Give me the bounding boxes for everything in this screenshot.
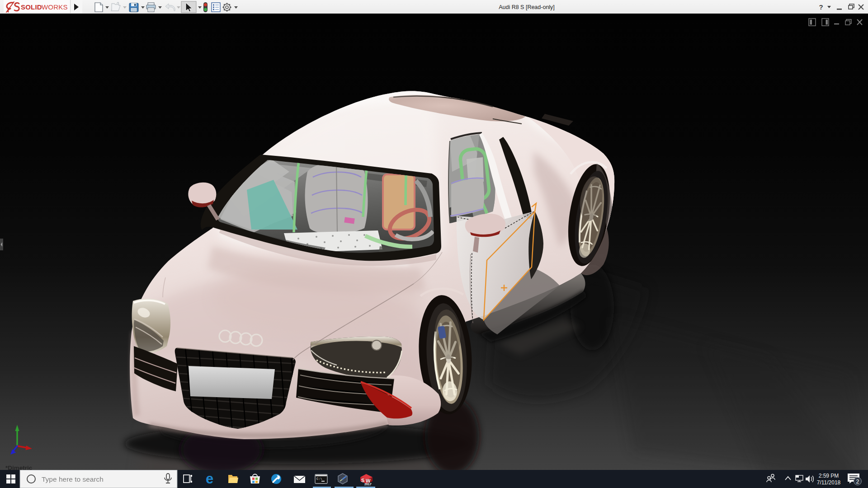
svg-text:WORKS: WORKS bbox=[42, 3, 68, 11]
svg-text:2: 2 bbox=[856, 479, 859, 485]
svg-text:e: e bbox=[206, 471, 213, 487]
svg-text:2017: 2017 bbox=[364, 483, 372, 486]
svg-text:?: ? bbox=[819, 3, 823, 11]
svg-text:SOLID: SOLID bbox=[21, 3, 42, 11]
svg-text:Type here to search: Type here to search bbox=[42, 475, 104, 483]
svg-text:C:\: C:\ bbox=[316, 477, 322, 481]
svg-text:7/11/2018: 7/11/2018 bbox=[817, 479, 841, 486]
svg-text:2:59 PM: 2:59 PM bbox=[819, 473, 839, 479]
svg-text:Audi R8 S [Read-only]: Audi R8 S [Read-only] bbox=[499, 4, 555, 10]
